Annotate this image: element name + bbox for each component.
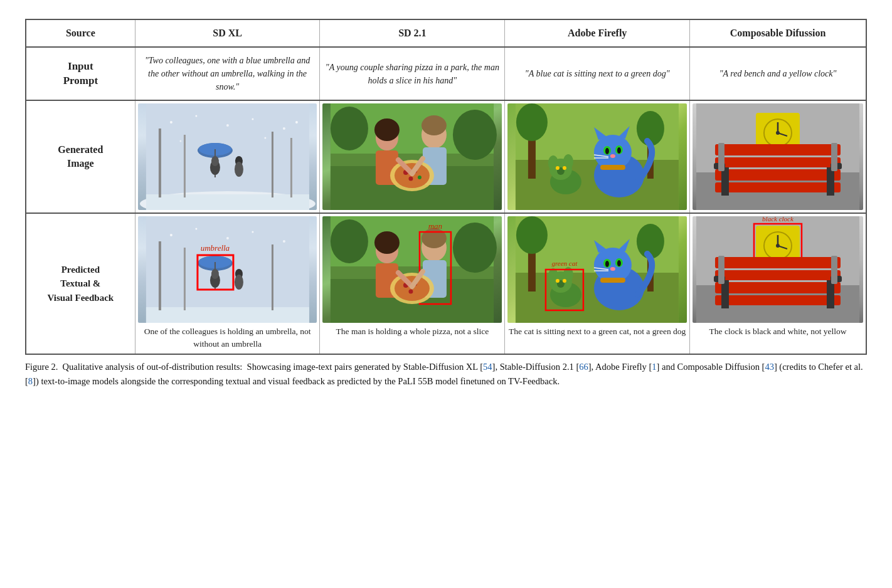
sdxl-prompt-cell: "Two colleagues, one with a blue umbrell… [135, 47, 320, 100]
svg-point-97 [170, 234, 173, 236]
svg-rect-161 [715, 295, 841, 305]
composable-predicted-image: black clock [693, 216, 863, 323]
ref-1: 1 [652, 362, 656, 372]
composable-predicted-cell: black clock [690, 213, 866, 354]
svg-point-106 [453, 223, 497, 273]
svg-rect-6 [290, 138, 292, 197]
svg-rect-84 [146, 307, 309, 323]
svg-rect-160 [715, 282, 841, 293]
svg-point-25 [331, 107, 368, 150]
svg-point-15 [195, 115, 197, 117]
svg-rect-87 [272, 244, 273, 310]
svg-text:man: man [428, 221, 442, 231]
sd21-generated-image [322, 103, 502, 210]
svg-rect-73 [715, 144, 841, 155]
svg-point-129 [594, 248, 632, 283]
svg-point-17 [252, 118, 253, 120]
predicted-feedback-row: PredictedTextual &Visual Feedback [26, 213, 866, 354]
firefly-predicted-image: green cat [507, 216, 687, 323]
sd21-feedback-text: The man is holding a whole pizza, not a … [322, 325, 502, 338]
svg-rect-85 [159, 241, 161, 310]
comparison-table: Source SD XL SD 2.1 Adobe Firefly Compos… [25, 19, 867, 355]
svg-point-16 [226, 124, 229, 127]
sd21-generated-cell [320, 100, 505, 213]
header-sdxl: SD XL [135, 19, 320, 47]
svg-rect-86 [184, 248, 186, 310]
generated-image-label-cell: GeneratedImage [26, 100, 135, 213]
svg-point-37 [409, 177, 413, 181]
svg-rect-158 [715, 257, 841, 268]
sd21-predicted-cell: man [320, 213, 505, 354]
svg-point-14 [170, 121, 173, 123]
ref-43: 43 [765, 362, 774, 372]
firefly-prompt: "A blue cat is sitting next to a green d… [525, 69, 670, 78]
input-prompt-label-cell: InputPrompt [26, 47, 135, 100]
header-source: Source [26, 19, 135, 47]
predicted-label-cell: PredictedTextual &Visual Feedback [26, 213, 135, 354]
sdxl-predicted-image: umbrella [138, 216, 317, 323]
svg-point-26 [453, 110, 497, 160]
svg-rect-82 [831, 143, 837, 171]
sd21-prompt-cell: "A young couple sharing pizza in a park,… [320, 47, 505, 100]
sdxl-generated-cell [135, 100, 320, 213]
svg-rect-2 [146, 194, 309, 210]
svg-rect-81 [718, 143, 725, 171]
svg-point-100 [252, 231, 253, 233]
svg-point-136 [610, 267, 615, 271]
svg-point-146 [563, 279, 566, 283]
firefly-prompt-cell: "A blue cat is sitting next to a green d… [505, 47, 690, 100]
svg-point-13 [235, 162, 243, 177]
svg-rect-3 [159, 129, 161, 197]
svg-point-99 [226, 237, 229, 239]
svg-rect-76 [715, 182, 841, 192]
svg-point-135 [617, 260, 621, 266]
svg-point-32 [422, 115, 447, 135]
figure-caption-text: Figure 2. Qualitative analysis of out-of… [25, 362, 863, 386]
generated-image-label: GeneratedImage [58, 144, 103, 169]
svg-point-18 [283, 127, 285, 130]
input-prompt-row: InputPrompt "Two colleagues, one with a … [26, 47, 866, 100]
svg-point-44 [516, 103, 548, 141]
svg-rect-139 [600, 278, 625, 283]
main-container: Source SD XL SD 2.1 Adobe Firefly Compos… [25, 19, 867, 389]
svg-point-21 [295, 121, 298, 123]
svg-rect-75 [715, 169, 841, 181]
svg-point-96 [235, 275, 243, 290]
svg-text:umbrella: umbrella [200, 243, 230, 253]
firefly-predicted-wrapper: green cat [507, 216, 687, 323]
firefly-generated-image [507, 103, 687, 210]
composable-feedback-text: The clock is black and white, not yellow [693, 325, 863, 338]
svg-point-53 [605, 148, 609, 154]
header-firefly: Adobe Firefly [505, 19, 690, 47]
svg-rect-77 [721, 167, 729, 196]
svg-point-98 [195, 228, 197, 230]
header-row: Source SD XL SD 2.1 Adobe Firefly Compos… [26, 19, 866, 47]
sdxl-predicted-cell: umbrella [135, 213, 320, 354]
ref-8: 8 [28, 376, 33, 386]
svg-point-119 [409, 290, 413, 294]
svg-point-19 [179, 140, 181, 142]
svg-point-125 [516, 216, 548, 254]
composable-generated-cell [690, 100, 866, 213]
svg-point-101 [283, 240, 285, 243]
composable-prompt-cell: "A red bench and a yellow clock" [690, 47, 866, 100]
sd21-predicted-image: man [322, 216, 502, 323]
sd21-predicted-wrapper: man [322, 216, 502, 323]
figure-caption: Figure 2. Qualitative analysis of out-of… [25, 360, 867, 389]
header-sd21: SD 2.1 [320, 19, 505, 47]
svg-rect-4 [184, 135, 186, 197]
svg-text:green cat: green cat [552, 260, 578, 267]
svg-rect-159 [715, 270, 841, 280]
sdxl-prompt: "Two colleagues, one with a blue umbrell… [145, 56, 310, 92]
svg-rect-78 [827, 167, 834, 196]
svg-point-11 [211, 156, 219, 166]
svg-point-48 [594, 135, 632, 170]
svg-point-105 [331, 219, 368, 263]
svg-rect-167 [831, 256, 837, 284]
svg-point-20 [264, 137, 266, 139]
svg-point-134 [605, 261, 609, 267]
svg-rect-74 [715, 157, 841, 167]
svg-point-145 [556, 279, 560, 283]
header-composable: Composable Difussion [690, 19, 866, 47]
svg-rect-163 [827, 280, 834, 308]
